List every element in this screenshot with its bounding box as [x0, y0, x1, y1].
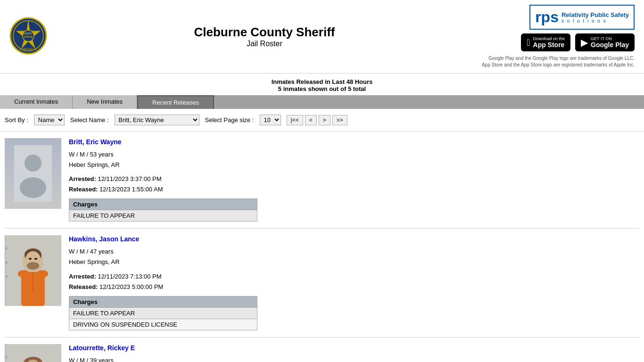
- charge-row: FAILURE TO APPEAR: [69, 210, 257, 222]
- navigation-tabs: Current Inmates New Inmates Recent Relea…: [0, 95, 644, 109]
- inmate-record: 6' 5' 4' Latourrette, Rickey E W / M / 3…: [5, 337, 639, 362]
- charges-header: Charges: [69, 199, 257, 210]
- county-title: Cleburne County Sheriff: [47, 25, 482, 40]
- rps-logo: rps Relativity Public Safety s o l u t i…: [529, 5, 635, 30]
- arrested-label: Arrested:: [69, 273, 96, 280]
- svg-text:6': 6': [6, 356, 8, 359]
- first-page-button[interactable]: |<<: [287, 115, 303, 125]
- released-label: Released:: [69, 186, 98, 193]
- name-select[interactable]: Britt, Eric Wayne: [115, 115, 199, 125]
- svg-text:SHERIFF'S: SHERIFF'S: [22, 32, 35, 35]
- inmate-demographics: W / M / 53 years Heber Springs, AR: [69, 149, 639, 170]
- svg-text:OFFICE: OFFICE: [24, 35, 33, 38]
- inmate-name-link[interactable]: Britt, Eric Wayne: [69, 138, 639, 146]
- charges-table: Charges FAILURE TO APPEAR: [69, 198, 257, 222]
- inmate-dates: Arrested: 12/11/2023 3:37:00 PM Released…: [69, 174, 639, 195]
- inmate-details: Latourrette, Rickey E W / M / 39 years H…: [69, 344, 639, 362]
- inmate-demographics: W / M / 39 years Heber Springs, AR: [69, 355, 639, 362]
- inmate-record: Britt, Eric Wayne W / M / 53 years Heber…: [5, 132, 639, 229]
- svg-point-20: [34, 258, 37, 260]
- released-label: Released:: [69, 283, 98, 290]
- page-subtitle: Jail Roster: [47, 40, 482, 48]
- charges-header: Charges: [69, 296, 257, 307]
- charge-row: DRIVING ON SUSPENDED LICENSE: [69, 319, 257, 330]
- inmates-released-label: Inmates Released in Last 48 Hours: [0, 78, 644, 85]
- app-buttons-container:  Download on the App Store ▶ GET IT ON …: [521, 33, 635, 51]
- pagesize-label: Select Page size :: [205, 116, 254, 123]
- rps-letters: rps: [535, 8, 559, 26]
- svg-text:5': 5': [6, 261, 8, 264]
- apple-icon: : [527, 37, 530, 48]
- inmates-count-label: 5 inmates shown out of 5 total: [0, 85, 644, 92]
- last-page-button[interactable]: >>: [332, 115, 347, 125]
- inmate-record: 6' 5' 4' Hawkins, Jason Lance: [5, 229, 639, 337]
- inmate-name-link[interactable]: Latourrette, Rickey E: [69, 344, 639, 352]
- charge-value: FAILURE TO APPEAR: [69, 210, 257, 222]
- google-play-button[interactable]: ▶ GET IT ON Google Play: [575, 33, 635, 51]
- rps-company-name: Relativity Public Safety s o l u t i o n…: [561, 11, 629, 24]
- pagesize-select[interactable]: 10: [260, 115, 281, 125]
- svg-point-24: [37, 270, 48, 278]
- inmate-details: Britt, Eric Wayne W / M / 53 years Heber…: [69, 138, 639, 222]
- next-page-button[interactable]: >: [319, 115, 330, 125]
- name-select-label: Select Name :: [70, 116, 109, 123]
- inmate-demographics: W / M / 47 years Heber Springs, AR: [69, 247, 639, 267]
- svg-text:6': 6': [6, 247, 8, 250]
- tab-current-inmates[interactable]: Current Inmates: [0, 95, 73, 109]
- charges-table: Charges FAILURE TO APPEAR DRIVING ON SUS…: [69, 296, 257, 330]
- svg-point-18: [27, 262, 39, 270]
- svg-text:4': 4': [6, 275, 8, 278]
- page-header: SHERIFF'S OFFICE CLEBURNE CO. Cleburne C…: [0, 0, 644, 74]
- controls-bar: Sort By : Name Select Name : Britt, Eric…: [0, 109, 644, 132]
- inmates-list: Britt, Eric Wayne W / M / 53 years Heber…: [0, 132, 644, 362]
- inmates-info-bar: Inmates Released in Last 48 Hours 5 inma…: [0, 74, 644, 95]
- svg-point-23: [18, 270, 29, 278]
- prev-page-button[interactable]: <: [305, 115, 317, 125]
- svg-point-19: [29, 258, 32, 260]
- sort-select[interactable]: Name: [34, 115, 65, 125]
- app-store-button[interactable]:  Download on the App Store: [521, 33, 570, 51]
- tab-recent-releases[interactable]: Recent Releases: [137, 95, 214, 109]
- inmate-photo-placeholder: [5, 138, 61, 209]
- sort-label: Sort By :: [5, 116, 28, 123]
- page-title-block: Cleburne County Sheriff Jail Roster: [47, 25, 482, 48]
- pagination-controls: |<< < > >>: [287, 115, 347, 125]
- svg-point-9: [20, 177, 46, 198]
- charge-value: DRIVING ON SUSPENDED LICENSE: [69, 319, 257, 330]
- charge-row: FAILURE TO APPEAR: [69, 307, 257, 319]
- inmate-details: Hawkins, Jason Lance W / M / 47 years He…: [69, 235, 639, 330]
- sheriff-badge-logo: SHERIFF'S OFFICE CLEBURNE CO.: [9, 17, 47, 56]
- inmate-name-link[interactable]: Hawkins, Jason Lance: [69, 235, 639, 243]
- svg-text:CLEBURNE CO.: CLEBURNE CO.: [19, 48, 37, 50]
- tab-new-inmates[interactable]: New Inmates: [73, 95, 137, 109]
- inmate-photo: 6' 5' 4': [5, 235, 61, 306]
- header-right-section: rps Relativity Public Safety s o l u t i…: [482, 5, 635, 68]
- arrested-label: Arrested:: [69, 175, 96, 182]
- inmate-photo: 6' 5' 4': [5, 344, 61, 362]
- charges-header-row: Charges: [69, 296, 257, 307]
- charge-value: FAILURE TO APPEAR: [69, 307, 257, 319]
- svg-point-8: [25, 155, 41, 172]
- inmate-dates: Arrested: 12/11/2023 7:13:00 PM Released…: [69, 272, 639, 292]
- charges-header-row: Charges: [69, 199, 257, 210]
- trademark-text: Google Play and the Google Play logo are…: [482, 55, 635, 68]
- google-play-icon: ▶: [581, 37, 588, 48]
